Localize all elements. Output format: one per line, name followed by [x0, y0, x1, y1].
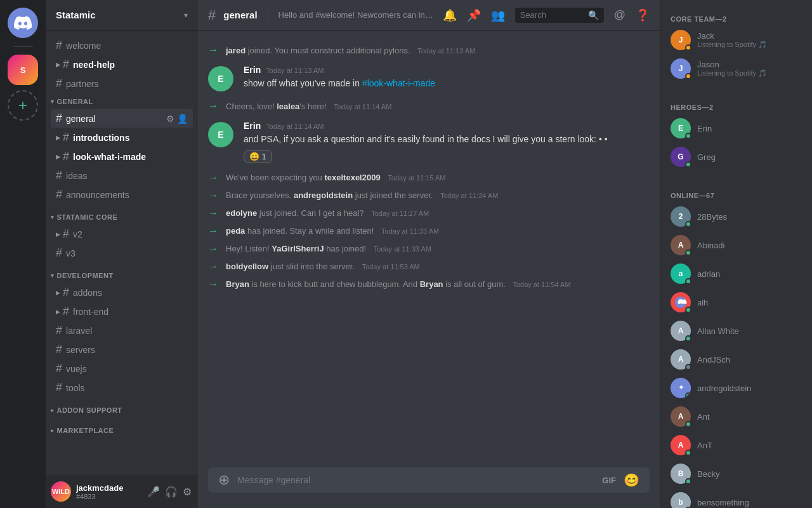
channel-item-introductions[interactable]: ▶ # introductions: [51, 128, 193, 147]
member-item[interactable]: J Jack Listening to Spotify 🎵: [660, 26, 807, 54]
message-username[interactable]: Erin: [244, 65, 261, 75]
member-name: Abinadi: [697, 241, 802, 250]
members-icon[interactable]: 👥: [491, 8, 505, 22]
section-header-general[interactable]: ▾ GENERAL +: [46, 93, 198, 109]
hash-icon: #: [56, 343, 62, 356]
member-item[interactable]: E Erin: [660, 114, 807, 142]
member-info: Greg: [697, 152, 802, 162]
section-arrow-icon: ▸: [51, 427, 55, 434]
channel-item-need-help[interactable]: ▶ # need-help: [51, 55, 193, 74]
channel-name: ideas: [66, 171, 87, 181]
member-item[interactable]: A AnT: [660, 431, 807, 459]
channel-item-laravel[interactable]: # laravel: [51, 321, 193, 340]
message-username[interactable]: Erin: [244, 121, 261, 131]
channel-name: v2: [73, 229, 82, 239]
channel-name: introductions: [73, 133, 129, 143]
section-header-statamic-core[interactable]: ▾ STATAMIC CORE +: [46, 209, 198, 224]
member-name: Becky: [697, 469, 802, 479]
member-name: alh: [697, 298, 802, 307]
member-item-allan-white[interactable]: A Allan White: [660, 317, 807, 345]
search-icon: 🔍: [588, 10, 599, 20]
member-name: AnT: [697, 441, 802, 450]
member-item[interactable]: J Jason Listening to Spotify 🎵: [660, 55, 807, 83]
discord-icon[interactable]: [8, 8, 38, 38]
statamic-server-icon[interactable]: S: [8, 55, 38, 85]
channel-section-marketplace: ▸ MARKETPLACE +: [46, 422, 198, 438]
channel-item-servers[interactable]: # servers: [51, 340, 193, 359]
add-server-icon[interactable]: +: [8, 90, 38, 121]
settings-icon[interactable]: ⚙: [166, 114, 174, 124]
hash-icon: #: [56, 77, 62, 90]
member-item[interactable]: A AndJSch: [660, 345, 807, 373]
channel-item-vuejs[interactable]: # vuejs: [51, 359, 193, 378]
add-person-icon[interactable]: 👤: [177, 114, 188, 124]
join-arrow-icon: →: [208, 261, 218, 272]
message-timestamp: Today at 11:24 AM: [440, 192, 498, 199]
member-name: 28Bytes: [697, 212, 802, 222]
channel-item-look-what-i-made[interactable]: ▶ # look-what-i-made: [51, 147, 193, 166]
channel-topic: Hello and #welcome! Newcomers can introd…: [278, 10, 435, 20]
member-item[interactable]: A Ant: [660, 403, 807, 431]
settings-icon[interactable]: ⚙: [181, 485, 193, 499]
members-section-title: HEROES—2: [660, 98, 812, 114]
system-message-text: peda has joined. Stay a while and listen…: [226, 226, 650, 236]
messages-area: → jared joined. You must construct addit…: [198, 30, 660, 467]
plus-icon[interactable]: ⊕: [218, 472, 230, 488]
pin-icon[interactable]: 📌: [467, 8, 481, 22]
member-item[interactable]: a adrian: [660, 260, 807, 288]
notification-icon[interactable]: 🔔: [443, 8, 457, 22]
member-item[interactable]: alh: [660, 288, 807, 316]
server-name-header[interactable]: Statamic ▾: [46, 0, 198, 30]
channel-item-v3[interactable]: # v3: [51, 244, 193, 262]
channel-item-addons[interactable]: ▶ # addons: [51, 283, 193, 302]
member-item[interactable]: b bensomething: [660, 488, 807, 508]
section-header-marketplace[interactable]: ▸ MARKETPLACE +: [46, 422, 198, 438]
channel-item-announcements[interactable]: # announcements: [51, 185, 193, 204]
avatar: A: [671, 235, 691, 255]
member-name: Ant: [697, 412, 802, 422]
members-section-online: ONLINE—67 2 28Bytes A Abinadi a adrian: [660, 177, 812, 508]
right-sidebar: CORE TEAM—2 J Jack Listening to Spotify …: [660, 0, 812, 508]
emoji-icon[interactable]: 😊: [624, 472, 639, 488]
member-item[interactable]: G Greg: [660, 143, 807, 171]
member-info: Jason Listening to Spotify 🎵: [697, 60, 802, 77]
channel-item-tools[interactable]: # tools: [51, 378, 193, 397]
member-item[interactable]: ✦ andregoldstein: [660, 374, 807, 402]
channel-sidebar: Statamic ▾ # welcome ▶ # need-help # par…: [46, 0, 198, 508]
section-arrow-icon: ▾: [51, 98, 55, 105]
mention-username: Bryan: [420, 279, 443, 289]
hash-icon: #: [63, 227, 69, 241]
channel-item-general[interactable]: # general ⚙ 👤: [51, 109, 193, 128]
help-icon[interactable]: ❓: [636, 8, 650, 22]
headphone-icon[interactable]: 🎧: [164, 485, 179, 499]
chevron-down-icon: ▾: [184, 11, 188, 20]
emoji-reaction[interactable]: 😀 1: [244, 150, 272, 163]
search-box[interactable]: Search 🔍: [515, 8, 604, 23]
channel-item-front-end[interactable]: ▶ # front-end: [51, 302, 193, 321]
channel-item-welcome[interactable]: # welcome: [51, 36, 193, 55]
gif-icon[interactable]: GIF: [602, 476, 616, 485]
section-title: DEVELOPMENT: [57, 272, 114, 279]
channel-link[interactable]: #look-what-i-made: [362, 78, 435, 88]
channel-item-ideas[interactable]: # ideas: [51, 166, 193, 185]
member-item[interactable]: 2 28Bytes: [660, 203, 807, 231]
message-input[interactable]: [237, 467, 594, 493]
avatar: a: [671, 264, 691, 284]
status-dot: [685, 73, 691, 79]
channel-name: tools: [66, 383, 85, 393]
server-title: Statamic: [56, 10, 96, 20]
microphone-icon[interactable]: 🎤: [146, 485, 161, 499]
inbox-icon[interactable]: @: [614, 8, 625, 22]
channel-item-partners[interactable]: # partners: [51, 74, 193, 93]
channel-item-v2[interactable]: ▶ # v2: [51, 225, 193, 243]
hash-icon: #: [63, 305, 69, 318]
message-header: Erin Today at 11:14 AM: [244, 121, 650, 131]
channel-name: general: [66, 114, 96, 124]
system-message-text: boldyellow just slid into the server. To…: [226, 262, 650, 271]
section-header-development[interactable]: ▾ DEVELOPMENT +: [46, 267, 198, 283]
member-item[interactable]: B Becky: [660, 460, 807, 488]
channel-section-development: ▾ DEVELOPMENT + ▶ # addons ▶ # front-end…: [46, 267, 198, 397]
member-item[interactable]: A Abinadi: [660, 231, 807, 259]
section-header-addon-support[interactable]: ▸ ADDON SUPPORT +: [46, 402, 198, 417]
avatar: E: [208, 122, 233, 147]
